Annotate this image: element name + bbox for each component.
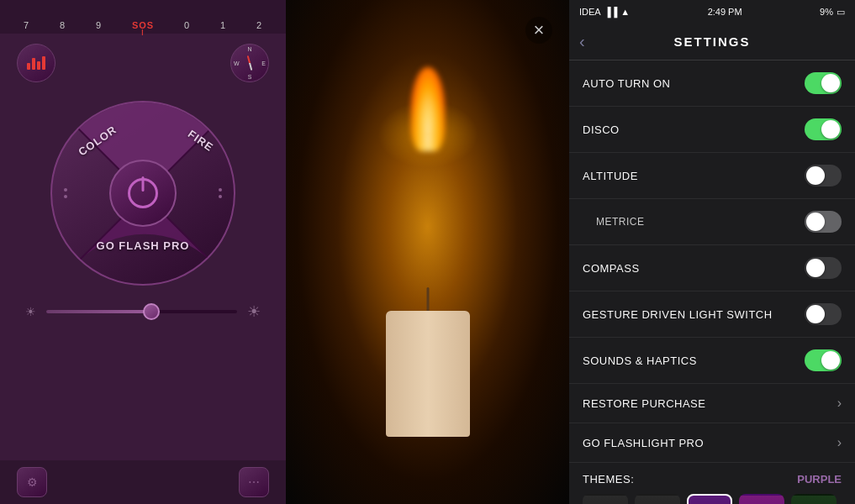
ruler-label-8: 8 <box>60 20 66 30</box>
themes-label: THEMES: <box>583 473 634 486</box>
chevron-icon: › <box>837 396 842 411</box>
eq-button[interactable] <box>17 44 55 82</box>
brightness-low-icon: ☀ <box>25 305 36 318</box>
eq-icon <box>27 56 45 70</box>
altitude-label: ALTITUDE <box>583 170 638 182</box>
main-dial: COLOR FIRE GO FLASH PRO <box>0 101 286 286</box>
ruler-label-0: 0 <box>184 20 190 30</box>
settings-row-metrice: METRICE <box>569 199 855 245</box>
candle-wick <box>426 287 429 312</box>
compass-widget[interactable]: N S E W <box>230 44 269 82</box>
ruler-label-7: 7 <box>24 20 29 30</box>
right-panel: IDEA ▐▐ ▲ 2:49 PM 9% ▭ ‹ SETTINGS AUTO T… <box>569 0 855 504</box>
metrice-toggle[interactable] <box>805 211 842 233</box>
status-right: 9% ▭ <box>820 7 845 18</box>
settings-row-altitude: ALTITUDE <box>569 153 855 199</box>
gesture-label: GESTURE DRIVEN LIGHT SWITCH <box>583 308 773 321</box>
battery-icon: ▭ <box>837 7 845 18</box>
metrice-label: METRICE <box>596 216 645 228</box>
compass-west: W <box>234 60 240 66</box>
auto-turn-on-toggle[interactable] <box>805 72 842 94</box>
power-button[interactable] <box>109 160 177 227</box>
gear-icon: ⚙ <box>27 475 38 489</box>
compass-south: S <box>248 74 252 80</box>
candle-body <box>386 311 470 437</box>
bottom-bar: ⚙ ⋯ <box>0 460 286 504</box>
dots-icon: ⋯ <box>248 475 260 489</box>
settings-list: AUTO TURN ON DISCO ALTITUDE METRICE <box>569 60 855 504</box>
toggle-thumb <box>821 351 840 370</box>
ruler-label-sos: SOS <box>132 20 154 30</box>
dial-outer: COLOR FIRE GO FLASH PRO <box>50 101 235 286</box>
gfp-label: GO FLASHLIGHT PRO <box>583 437 704 449</box>
theme-violet[interactable] <box>739 494 784 504</box>
close-button[interactable]: × <box>525 17 552 44</box>
ruler-label-9: 9 <box>96 20 102 30</box>
status-left: IDEA ▐▐ ▲ <box>579 7 630 17</box>
compass-east: E <box>261 60 266 66</box>
eq-bar-1 <box>27 63 30 70</box>
toggle-thumb <box>821 120 840 139</box>
toggle-thumb <box>806 166 825 185</box>
eq-bar-4 <box>42 56 45 70</box>
brightness-slider-track[interactable] <box>46 310 237 313</box>
signal-icon: ▐▐ <box>604 7 618 17</box>
status-bar: IDEA ▐▐ ▲ 2:49 PM 9% ▭ <box>569 0 855 24</box>
settings-header: ‹ SETTINGS <box>569 24 855 60</box>
settings-row-auto-turn-on: AUTO TURN ON <box>569 60 855 107</box>
settings-row-compass: COMPASS <box>569 245 855 291</box>
toggle-thumb <box>806 213 825 231</box>
toggle-thumb <box>806 259 825 277</box>
themes-header: THEMES: PURPLE <box>583 473 842 486</box>
ruler-label-1: 1 <box>220 20 226 30</box>
themes-section: THEMES: PURPLE 🔒 <box>569 463 855 504</box>
sounds-toggle[interactable] <box>805 349 842 371</box>
settings-row-gesture: GESTURE DRIVEN LIGHT SWITCH <box>569 291 855 338</box>
sounds-label: SOUNDS & HAPTICS <box>583 354 697 367</box>
close-icon: × <box>534 19 545 41</box>
settings-title: SETTINGS <box>673 34 750 49</box>
back-button[interactable]: ‹ <box>579 32 585 51</box>
time-label: 2:49 PM <box>708 7 742 17</box>
settings-row-disco: DISCO <box>569 107 855 153</box>
ruler-label-2: 2 <box>256 20 262 30</box>
battery-label: 9% <box>820 7 833 17</box>
disco-toggle[interactable] <box>805 118 842 140</box>
middle-panel: × <box>286 0 569 504</box>
settings-row-sounds: SOUNDS & HAPTICS <box>569 338 855 384</box>
toggle-thumb <box>806 305 825 323</box>
compass-toggle[interactable] <box>805 257 842 279</box>
carrier-label: IDEA <box>579 7 601 17</box>
menu-button[interactable]: ⋯ <box>239 467 269 497</box>
top-controls: N S E W <box>0 34 286 92</box>
gesture-toggle[interactable] <box>805 303 842 325</box>
themes-current-value: PURPLE <box>797 473 842 486</box>
altitude-toggle[interactable] <box>805 165 842 186</box>
theme-purple[interactable] <box>687 494 732 504</box>
left-panel: 7 8 9 SOS 0 1 2 N S E W <box>0 0 286 504</box>
ruler: 7 8 9 SOS 0 1 2 <box>0 0 286 34</box>
settings-button[interactable]: ⚙ <box>17 467 47 497</box>
theme-dark2[interactable] <box>635 494 680 504</box>
eq-bar-3 <box>37 61 40 70</box>
themes-row: 🔒 <box>583 494 842 504</box>
theme-green[interactable]: 🔒 <box>791 494 837 504</box>
compass-north: N <box>247 46 251 52</box>
toggle-thumb <box>821 74 840 92</box>
brightness-high-icon: ☀ <box>247 302 261 321</box>
settings-row-gfp[interactable]: GO FLASHLIGHT PRO › <box>569 423 855 463</box>
brightness-thumb[interactable] <box>143 303 160 320</box>
flame-glow <box>377 101 478 168</box>
eq-bar-2 <box>32 58 35 70</box>
wifi-icon: ▲ <box>620 7 630 17</box>
auto-turn-on-label: AUTO TURN ON <box>583 77 670 90</box>
restore-label: RESTORE PURCHASE <box>583 397 705 410</box>
brightness-fill <box>46 310 151 313</box>
compass-label: COMPASS <box>583 262 640 275</box>
theme-dark1[interactable] <box>583 494 628 504</box>
gfp-label: GO FLASH PRO <box>97 239 190 252</box>
brightness-slider-row: ☀ ☀ <box>0 286 286 338</box>
settings-row-restore[interactable]: RESTORE PURCHASE › <box>569 384 855 423</box>
chevron-icon: › <box>837 435 842 450</box>
disco-label: DISCO <box>583 123 620 136</box>
